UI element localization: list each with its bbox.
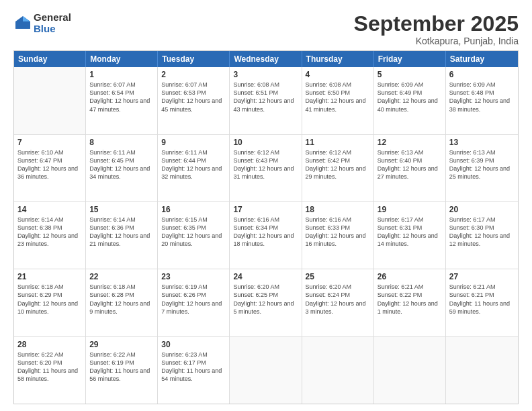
cell-info: Sunrise: 6:09 AM Sunset: 6:48 PM Dayligh… (449, 81, 515, 113)
cell-w3-d7: 20Sunrise: 6:17 AM Sunset: 6:30 PM Dayli… (446, 202, 518, 269)
day-number: 10 (233, 138, 298, 147)
cell-info: Sunrise: 6:18 AM Sunset: 6:28 PM Dayligh… (89, 283, 154, 316)
cell-w4-d4: 24Sunrise: 6:20 AM Sunset: 6:25 PM Dayli… (230, 269, 302, 336)
cell-w1-d7: 6Sunrise: 6:09 AM Sunset: 6:48 PM Daylig… (446, 67, 518, 134)
day-number: 8 (89, 138, 154, 147)
cell-info: Sunrise: 6:14 AM Sunset: 6:36 PM Dayligh… (89, 216, 154, 248)
cell-w5-d3: 30Sunrise: 6:23 AM Sunset: 6:17 PM Dayli… (158, 337, 230, 404)
header-tuesday: Tuesday (158, 51, 230, 67)
day-number: 21 (17, 272, 82, 281)
calendar-header: Sunday Monday Tuesday Wednesday Thursday… (14, 51, 518, 67)
day-number: 6 (449, 70, 515, 79)
logo-text: General Blue (34, 12, 71, 34)
cell-info: Sunrise: 6:13 AM Sunset: 6:40 PM Dayligh… (378, 148, 442, 181)
day-number: 20 (449, 205, 515, 214)
cell-w3-d2: 15Sunrise: 6:14 AM Sunset: 6:36 PM Dayli… (86, 202, 158, 269)
cell-info: Sunrise: 6:15 AM Sunset: 6:35 PM Dayligh… (161, 216, 226, 248)
cell-info: Sunrise: 6:12 AM Sunset: 6:43 PM Dayligh… (233, 148, 298, 181)
logo-general-text: General (34, 12, 71, 24)
day-number: 25 (306, 272, 370, 281)
cell-w4-d5: 25Sunrise: 6:20 AM Sunset: 6:24 PM Dayli… (302, 269, 374, 336)
cell-info: Sunrise: 6:20 AM Sunset: 6:24 PM Dayligh… (306, 283, 370, 316)
day-number: 19 (378, 205, 442, 214)
cell-w5-d5 (302, 337, 374, 404)
day-number: 16 (161, 205, 226, 214)
day-number: 2 (161, 70, 226, 79)
location: Kotkapura, Punjab, India (354, 36, 519, 46)
cell-info: Sunrise: 6:16 AM Sunset: 6:33 PM Dayligh… (306, 216, 370, 248)
day-number: 1 (89, 70, 154, 79)
day-number: 24 (233, 272, 298, 281)
week-row-5: 28Sunrise: 6:22 AM Sunset: 6:20 PM Dayli… (14, 336, 518, 404)
cell-info: Sunrise: 6:22 AM Sunset: 6:19 PM Dayligh… (89, 351, 154, 383)
cell-w2-d1: 7Sunrise: 6:10 AM Sunset: 6:47 PM Daylig… (14, 135, 86, 201)
day-number: 26 (378, 272, 442, 281)
cell-info: Sunrise: 6:13 AM Sunset: 6:39 PM Dayligh… (449, 148, 515, 181)
day-number: 13 (449, 138, 515, 147)
cell-info: Sunrise: 6:22 AM Sunset: 6:20 PM Dayligh… (17, 351, 82, 383)
cell-w2-d6: 12Sunrise: 6:13 AM Sunset: 6:40 PM Dayli… (374, 135, 446, 201)
logo-icon (13, 14, 32, 33)
day-number: 29 (89, 340, 154, 349)
cell-info: Sunrise: 6:18 AM Sunset: 6:29 PM Dayligh… (17, 283, 82, 316)
cell-w5-d1: 28Sunrise: 6:22 AM Sunset: 6:20 PM Dayli… (14, 337, 86, 404)
cell-info: Sunrise: 6:21 AM Sunset: 6:21 PM Dayligh… (449, 283, 515, 316)
cell-info: Sunrise: 6:07 AM Sunset: 6:54 PM Dayligh… (89, 81, 154, 113)
cell-w4-d2: 22Sunrise: 6:18 AM Sunset: 6:28 PM Dayli… (86, 269, 158, 336)
header-wednesday: Wednesday (230, 51, 302, 67)
page: General Blue September 2025 Kotkapura, P… (0, 0, 532, 411)
day-number: 27 (449, 272, 515, 281)
cell-w1-d3: 2Sunrise: 6:07 AM Sunset: 6:53 PM Daylig… (158, 67, 230, 134)
week-row-3: 14Sunrise: 6:14 AM Sunset: 6:38 PM Dayli… (14, 201, 518, 269)
cell-w3-d1: 14Sunrise: 6:14 AM Sunset: 6:38 PM Dayli… (14, 202, 86, 269)
day-number: 5 (378, 70, 442, 79)
day-number: 23 (161, 272, 226, 281)
header-sunday: Sunday (14, 51, 86, 67)
day-number: 30 (161, 340, 226, 349)
cell-info: Sunrise: 6:08 AM Sunset: 6:50 PM Dayligh… (306, 81, 370, 113)
cell-w2-d5: 11Sunrise: 6:12 AM Sunset: 6:42 PM Dayli… (302, 135, 374, 201)
header-friday: Friday (374, 51, 446, 67)
cell-w1-d1 (14, 67, 86, 134)
cell-w5-d6 (374, 337, 446, 404)
cell-info: Sunrise: 6:19 AM Sunset: 6:26 PM Dayligh… (161, 283, 226, 316)
header-monday: Monday (86, 51, 158, 67)
header-thursday: Thursday (302, 51, 374, 67)
svg-marker-1 (23, 16, 30, 21)
cell-w4-d3: 23Sunrise: 6:19 AM Sunset: 6:26 PM Dayli… (158, 269, 230, 336)
cell-w3-d5: 18Sunrise: 6:16 AM Sunset: 6:33 PM Dayli… (302, 202, 374, 269)
cell-info: Sunrise: 6:11 AM Sunset: 6:44 PM Dayligh… (161, 148, 226, 181)
day-number: 28 (17, 340, 82, 349)
calendar-body: 1Sunrise: 6:07 AM Sunset: 6:54 PM Daylig… (14, 67, 518, 404)
day-number: 7 (17, 138, 82, 147)
day-number: 9 (161, 138, 226, 147)
cell-w1-d2: 1Sunrise: 6:07 AM Sunset: 6:54 PM Daylig… (86, 67, 158, 134)
cell-info: Sunrise: 6:21 AM Sunset: 6:22 PM Dayligh… (378, 283, 442, 316)
day-number: 18 (306, 205, 370, 214)
cell-w2-d3: 9Sunrise: 6:11 AM Sunset: 6:44 PM Daylig… (158, 135, 230, 201)
cell-info: Sunrise: 6:14 AM Sunset: 6:38 PM Dayligh… (17, 216, 82, 248)
cell-info: Sunrise: 6:11 AM Sunset: 6:45 PM Dayligh… (89, 148, 154, 181)
title-block: September 2025 Kotkapura, Punjab, India (354, 12, 519, 46)
logo-blue-text: Blue (34, 24, 71, 35)
cell-info: Sunrise: 6:23 AM Sunset: 6:17 PM Dayligh… (161, 351, 226, 383)
header: General Blue September 2025 Kotkapura, P… (13, 12, 519, 46)
cell-w4-d6: 26Sunrise: 6:21 AM Sunset: 6:22 PM Dayli… (374, 269, 446, 336)
cell-w4-d1: 21Sunrise: 6:18 AM Sunset: 6:29 PM Dayli… (14, 269, 86, 336)
month-title: September 2025 (354, 12, 519, 36)
day-number: 4 (306, 70, 370, 79)
cell-info: Sunrise: 6:20 AM Sunset: 6:25 PM Dayligh… (233, 283, 298, 316)
cell-w1-d4: 3Sunrise: 6:08 AM Sunset: 6:51 PM Daylig… (230, 67, 302, 134)
cell-w3-d3: 16Sunrise: 6:15 AM Sunset: 6:35 PM Dayli… (158, 202, 230, 269)
cell-w5-d7 (446, 337, 518, 404)
week-row-1: 1Sunrise: 6:07 AM Sunset: 6:54 PM Daylig… (14, 67, 518, 134)
logo: General Blue (13, 12, 71, 34)
day-number: 11 (306, 138, 370, 147)
cell-info: Sunrise: 6:07 AM Sunset: 6:53 PM Dayligh… (161, 81, 226, 113)
cell-w3-d6: 19Sunrise: 6:17 AM Sunset: 6:31 PM Dayli… (374, 202, 446, 269)
week-row-4: 21Sunrise: 6:18 AM Sunset: 6:29 PM Dayli… (14, 269, 518, 336)
day-number: 14 (17, 205, 82, 214)
cell-info: Sunrise: 6:08 AM Sunset: 6:51 PM Dayligh… (233, 81, 298, 113)
week-row-2: 7Sunrise: 6:10 AM Sunset: 6:47 PM Daylig… (14, 134, 518, 201)
cell-info: Sunrise: 6:12 AM Sunset: 6:42 PM Dayligh… (306, 148, 370, 181)
